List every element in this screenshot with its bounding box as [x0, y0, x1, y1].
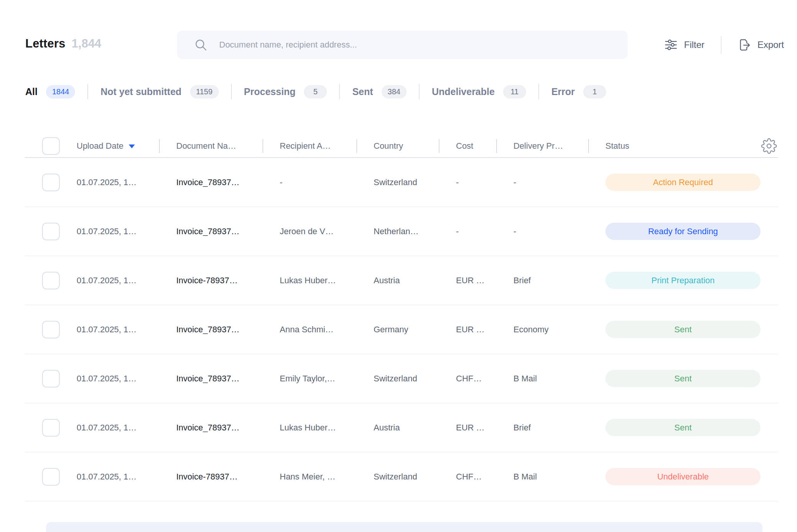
- status-badge: Sent: [605, 419, 761, 436]
- cell-upload-date: 01.07.2025, 1…: [77, 374, 159, 384]
- status-tabs: All 1844 Not yet submitted 1159 Processi…: [25, 81, 606, 102]
- cell-status: Undeliverable: [588, 468, 778, 485]
- cell-status: Sent: [588, 370, 778, 387]
- row-select-cell: [25, 370, 77, 388]
- status-badge: Sent: [605, 370, 761, 387]
- column-header-document-name[interactable]: Document Na…: [159, 135, 262, 157]
- cell-status: Sent: [588, 321, 778, 338]
- column-label: Recipient A…: [280, 141, 331, 151]
- tab-divider: [538, 84, 539, 99]
- tab-not-yet-submitted[interactable]: Not yet submitted 1159: [100, 85, 218, 99]
- export-label: Export: [758, 39, 784, 50]
- cell-cost: EUR …: [439, 276, 496, 286]
- column-label: Upload Date: [77, 141, 123, 151]
- row-checkbox[interactable]: [42, 370, 60, 388]
- cell-document-name: Invoice-78937…: [159, 276, 262, 286]
- cell-recipient: Hans Meier, …: [262, 472, 356, 482]
- table-header-row: Upload Date Document Na… Recipient A… Co…: [25, 135, 778, 158]
- cell-document-name: Invoice_78937…: [159, 227, 262, 236]
- column-header-cost[interactable]: Cost: [439, 135, 496, 157]
- cell-document-name: Invoice_78937…: [159, 423, 262, 433]
- page-title-block: Letters 1,844: [25, 37, 101, 51]
- cell-country: Austria: [356, 423, 439, 433]
- status-badge: Action Required: [605, 174, 761, 191]
- letters-table: Upload Date Document Na… Recipient A… Co…: [25, 135, 778, 501]
- column-label: Country: [374, 141, 403, 151]
- row-checkbox[interactable]: [42, 321, 60, 338]
- row-checkbox[interactable]: [42, 419, 60, 437]
- cell-upload-date: 01.07.2025, 1…: [77, 177, 159, 187]
- row-checkbox[interactable]: [42, 272, 60, 289]
- cell-cost: CHF…: [439, 374, 496, 384]
- tab-divider: [231, 84, 232, 99]
- table-row[interactable]: 01.07.2025, 1… Invoice_78937… Anna Schmi…: [25, 305, 778, 354]
- cell-cost: EUR …: [439, 325, 496, 335]
- tab-label: Sent: [352, 86, 373, 97]
- tab-undeliverable[interactable]: Undeliverable 11: [432, 85, 526, 99]
- column-header-country[interactable]: Country: [356, 135, 439, 157]
- tab-all[interactable]: All 1844: [25, 85, 75, 99]
- cell-upload-date: 01.07.2025, 1…: [77, 423, 159, 433]
- row-checkbox[interactable]: [42, 223, 60, 240]
- tab-sent[interactable]: Sent 384: [352, 85, 407, 99]
- cell-upload-date: 01.07.2025, 1…: [77, 325, 159, 335]
- column-label: Document Na…: [176, 141, 236, 151]
- column-header-recipient[interactable]: Recipient A…: [262, 135, 356, 157]
- column-label: Delivery Pr…: [513, 141, 563, 151]
- cell-cost: CHF…: [439, 472, 496, 482]
- tab-count-badge: 1844: [46, 85, 75, 99]
- column-header-status[interactable]: Status: [588, 135, 778, 157]
- cell-country: Switzerland: [356, 177, 439, 187]
- cell-recipient: -: [262, 177, 356, 187]
- cell-country: Switzerland: [356, 374, 439, 384]
- cell-recipient: Lukas Huber…: [262, 423, 356, 433]
- row-select-cell: [25, 174, 77, 191]
- table-row[interactable]: 01.07.2025, 1… Invoice_78937… - Switzerl…: [25, 158, 778, 207]
- cell-document-name: Invoice_78937…: [159, 177, 262, 187]
- column-header-delivery-product[interactable]: Delivery Pr…: [496, 135, 588, 157]
- cell-delivery-product: Brief: [496, 276, 588, 286]
- search-input[interactable]: [218, 39, 616, 50]
- table-settings-button[interactable]: [761, 138, 777, 154]
- cell-country: Switzerland: [356, 472, 439, 482]
- tab-error[interactable]: Error 1: [551, 85, 606, 99]
- export-button[interactable]: Export: [738, 38, 784, 52]
- tab-count-badge: 1159: [190, 85, 219, 99]
- row-checkbox[interactable]: [42, 174, 60, 191]
- table-row[interactable]: 01.07.2025, 1… Invoice_78937… Emily Tayl…: [25, 354, 778, 403]
- cell-status: Action Required: [588, 174, 778, 191]
- table-row[interactable]: 01.07.2025, 1… Invoice-78937… Lukas Hube…: [25, 256, 778, 305]
- search-bar[interactable]: [177, 31, 628, 59]
- cell-recipient: Lukas Huber…: [262, 276, 356, 286]
- cell-delivery-product: -: [496, 177, 588, 187]
- row-select-cell: [25, 223, 77, 240]
- cell-document-name: Invoice_78937…: [159, 325, 262, 335]
- letters-page: Letters 1,844 Filter Export: [0, 0, 797, 532]
- table-row[interactable]: 01.07.2025, 1… Invoice_78937… Lukas Hube…: [25, 403, 778, 452]
- cell-delivery-product: B Mail: [496, 374, 588, 384]
- table-row[interactable]: 01.07.2025, 1… Invoice_78937… Jeroen de …: [25, 207, 778, 256]
- cell-recipient: Anna Schmi…: [262, 325, 356, 335]
- cell-cost: -: [439, 177, 496, 187]
- tab-count-badge: 1: [583, 85, 606, 99]
- bottom-scroll-bar[interactable]: [46, 522, 763, 532]
- cell-country: Austria: [356, 276, 439, 286]
- filter-button[interactable]: Filter: [664, 38, 704, 52]
- tab-processing[interactable]: Processing 5: [244, 85, 327, 99]
- cell-upload-date: 01.07.2025, 1…: [77, 472, 159, 482]
- tab-label: Undeliverable: [432, 86, 495, 97]
- row-checkbox[interactable]: [42, 468, 60, 486]
- search-icon: [194, 38, 208, 52]
- filter-icon: [664, 38, 678, 52]
- page-title-count: 1,844: [72, 37, 102, 51]
- cell-country: Germany: [356, 325, 439, 335]
- gear-icon: [761, 138, 777, 154]
- cell-delivery-product: Economy: [496, 325, 588, 335]
- cell-delivery-product: B Mail: [496, 472, 588, 482]
- cell-delivery-product: Brief: [496, 423, 588, 433]
- status-badge: Sent: [605, 321, 761, 338]
- table-row[interactable]: 01.07.2025, 1… Invoice-78937… Hans Meier…: [25, 452, 778, 501]
- column-header-upload-date[interactable]: Upload Date: [77, 135, 159, 157]
- select-all-checkbox[interactable]: [42, 137, 60, 155]
- cell-document-name: Invoice-78937…: [159, 472, 262, 482]
